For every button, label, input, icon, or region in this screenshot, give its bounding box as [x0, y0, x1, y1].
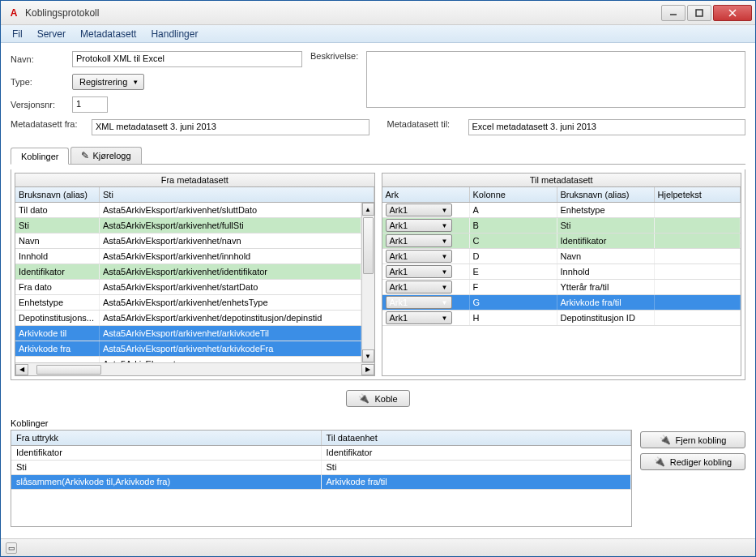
koble-button[interactable]: 🔌 Koble	[346, 390, 409, 407]
fjern-kobling-button[interactable]: 🔌 Fjern kobling	[640, 431, 745, 448]
chevron-down-icon: ▼	[442, 268, 448, 276]
cell-ark: Ark1▼	[382, 249, 470, 264]
cell-ark: Ark1▼	[382, 264, 470, 279]
ark-dropdown[interactable]: Ark1▼	[386, 281, 452, 293]
ark-dropdown[interactable]: Ark1▼	[386, 234, 452, 247]
metadatasett-fra-label: Metadatasett fra:	[11, 119, 83, 135]
table-row[interactable]: IdentifikatorAsta5ArkivEksport/arkivenhe…	[15, 264, 361, 280]
cell-fra-uttrykk: slåsammen(Arkivkode til,Arkivkode fra)	[11, 475, 322, 489]
cell-til-dataenhet: Arkivkode fra/til	[322, 475, 632, 489]
cell-ark: Ark1▼	[382, 280, 470, 294]
cell-kolonne: C	[470, 234, 557, 248]
scroll-up-icon[interactable]: ▲	[362, 203, 374, 216]
maximize-button[interactable]	[687, 5, 711, 21]
chevron-down-icon: ▼	[442, 299, 448, 306]
hscroll-thumb[interactable]	[36, 365, 101, 375]
ark-value: Ark1	[390, 221, 408, 230]
koblinger-col-til[interactable]: Til dataenhet	[322, 431, 632, 445]
metadatasett-til-field[interactable]: Excel metadatasett 3. juni 2013	[468, 119, 746, 135]
rediger-label: Rediger kobling	[670, 457, 732, 467]
til-panel: Til metadatasett Ark Kolonne Bruksnavn (…	[382, 173, 742, 376]
versjonsnr-field[interactable]: 1	[72, 96, 108, 113]
close-button[interactable]	[713, 5, 752, 21]
til-col-ark[interactable]: Ark	[382, 187, 470, 202]
table-row[interactable]: Arkivkode fraAsta5ArkivEksport/arkivenhe…	[15, 341, 361, 357]
ark-dropdown[interactable]: Ark1▼	[386, 265, 452, 278]
scroll-down-icon[interactable]: ▼	[362, 349, 374, 362]
metadatasett-fra-field[interactable]: XML metadatasett 3. juni 2013	[92, 119, 369, 135]
menu-server[interactable]: Server	[31, 27, 72, 41]
window-title: Koblingsprotokoll	[25, 7, 660, 19]
cell-bruksnavn: Navn	[557, 249, 655, 264]
koblinger-col-fra[interactable]: Fra uttrykk	[11, 431, 322, 445]
versjonsnr-label: Versjonsnr:	[11, 100, 66, 109]
table-row[interactable]: Ark1▼BSti	[382, 218, 741, 234]
tab-koblinger[interactable]: Koblinger	[11, 148, 69, 165]
scroll-left-icon[interactable]: ◀	[15, 364, 28, 375]
fra-col-bruksnavn[interactable]: Bruksnavn (alias)	[15, 187, 100, 202]
cell-kolonne: D	[470, 249, 557, 264]
koble-label: Koble	[374, 394, 397, 404]
til-grid-body[interactable]: Ark1▼AEnhetstypeArk1▼BStiArk1▼CIdentifik…	[382, 203, 741, 375]
table-row[interactable]: Depotinstitusjons...Asta5ArkivEksport/ar…	[15, 311, 361, 326]
type-dropdown[interactable]: Registrering ▼	[72, 74, 144, 90]
plug-icon: 🔌	[358, 393, 369, 404]
table-row[interactable]: Ark1▼GArkivkode fra/til	[382, 295, 741, 311]
fra-grid-body[interactable]: Til datoAsta5ArkivEksport/arkivenhet/slu…	[15, 203, 361, 362]
ark-dropdown[interactable]: Ark1▼	[386, 219, 452, 232]
table-row[interactable]: InnholdAsta5ArkivEksport/arkivenhet/innh…	[15, 249, 361, 264]
til-col-hjelpetekst[interactable]: Hjelpetekst	[655, 187, 741, 202]
til-col-kolonne[interactable]: Kolonne	[470, 187, 557, 202]
fra-vscroll[interactable]: ▲ ▼	[361, 203, 374, 362]
minimize-button[interactable]	[661, 5, 686, 21]
cell-sti: Asta5ArkivEksport/arkivenhet/enhetsType	[100, 295, 361, 310]
navn-field[interactable]: Protokoll XML til Excel	[72, 51, 302, 67]
ark-value: Ark1	[390, 205, 408, 215]
table-row[interactable]: Fra datoAsta5ArkivEksport/arkivenhet/sta…	[15, 280, 361, 295]
fra-col-sti[interactable]: Sti	[100, 187, 374, 202]
table-row[interactable]: Ark1▼FYtterår fra/til	[382, 280, 741, 295]
ark-value: Ark1	[390, 298, 408, 307]
content-area: Navn: Protokoll XML til Excel Type: Regi…	[1, 43, 755, 538]
table-row[interactable]: Arkivkode tilAsta5ArkivEksport/arkivenhe…	[15, 326, 361, 341]
fjern-label: Fjern kobling	[676, 435, 727, 445]
cell-kolonne: E	[470, 264, 557, 279]
koblinger-body[interactable]: IdentifikatorIdentifikatorStiStislåsamme…	[11, 446, 631, 490]
table-row[interactable]: Ark1▼HDepotinstitusjon ID	[382, 311, 741, 326]
cell-bruksnavn	[15, 357, 100, 362]
menu-handlinger[interactable]: Handlinger	[144, 27, 204, 41]
cell-sti: Asta5ArkivEksport/arkivenhet/navn	[100, 234, 361, 248]
cell-ark: Ark1▼	[382, 311, 470, 325]
scroll-right-icon[interactable]: ▶	[361, 364, 374, 375]
ark-dropdown[interactable]: Ark1▼	[386, 311, 452, 324]
metadatasett-til-label: Metadatasett til:	[387, 119, 460, 135]
table-row[interactable]: Ark1▼DNavn	[382, 249, 741, 264]
cell-kolonne: A	[470, 203, 557, 217]
table-row[interactable]: Til datoAsta5ArkivEksport/arkivenhet/slu…	[15, 203, 361, 218]
cell-sti: Asta5ArkivEksport/arkivenhet/depotinstit…	[100, 311, 361, 325]
table-row[interactable]: StiSti	[11, 461, 631, 475]
status-icon[interactable]: ▭	[6, 542, 17, 554]
table-row[interactable]: Ark1▼AEnhetstype	[382, 203, 741, 218]
tab-kjorelogg[interactable]: ✎ Kjørelogg	[70, 147, 141, 164]
ark-dropdown[interactable]: Ark1▼	[386, 250, 452, 263]
til-col-bruksnavn[interactable]: Bruksnavn (alias)	[557, 187, 655, 202]
table-row[interactable]: StiAsta5ArkivEksport/arkivenhet/fullSti	[15, 218, 361, 234]
table-row[interactable]: Ark1▼EInnhold	[382, 264, 741, 280]
fra-hscroll[interactable]: ◀ ▶	[15, 362, 374, 375]
menu-fil[interactable]: Fil	[6, 27, 29, 41]
cell-bruksnavn: Arkivkode fra/til	[557, 295, 655, 310]
table-row[interactable]: slåsammen(Arkivkode til,Arkivkode fra)Ar…	[11, 475, 631, 490]
table-row[interactable]: IdentifikatorIdentifikator	[11, 446, 631, 461]
beskrivelse-field[interactable]	[366, 51, 745, 108]
table-row[interactable]: Asta5ArkivEksport	[15, 357, 361, 362]
table-row[interactable]: NavnAsta5ArkivEksport/arkivenhet/navn	[15, 234, 361, 249]
table-row[interactable]: Ark1▼CIdentifikator	[382, 234, 741, 249]
scroll-thumb[interactable]	[363, 217, 374, 274]
ark-dropdown[interactable]: Ark1▼	[386, 296, 452, 309]
table-row[interactable]: EnhetstypeAsta5ArkivEksport/arkivenhet/e…	[15, 295, 361, 311]
ark-dropdown[interactable]: Ark1▼	[386, 204, 452, 216]
menu-metadatasett[interactable]: Metadatasett	[74, 27, 143, 41]
chevron-down-icon: ▼	[442, 207, 448, 214]
rediger-kobling-button[interactable]: 🔌 Rediger kobling	[640, 453, 745, 470]
